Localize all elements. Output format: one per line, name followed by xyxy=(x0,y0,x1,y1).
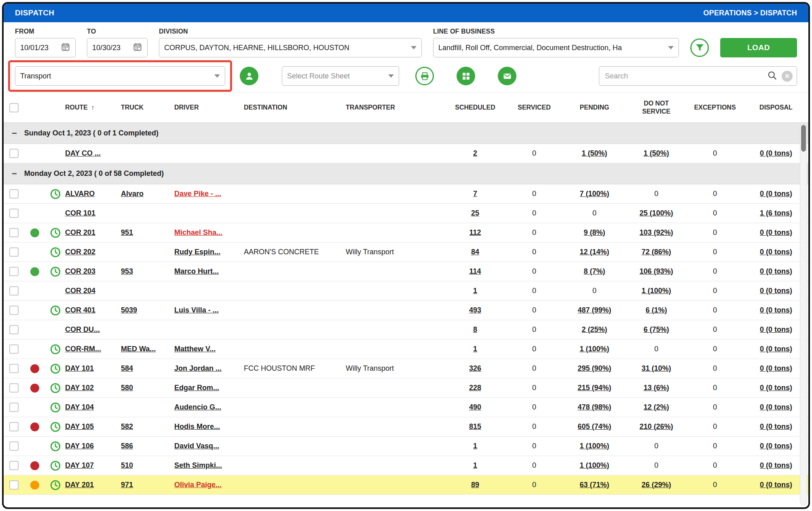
column-header-transporter[interactable]: TRANSPORTER xyxy=(346,103,444,112)
disposal-value[interactable]: 0 (0 tons) xyxy=(760,364,792,373)
pending-value[interactable]: 487 (99%) xyxy=(577,306,611,315)
route-link[interactable]: COR 401 xyxy=(65,306,95,315)
truck-link[interactable]: 584 xyxy=(121,364,133,373)
pending-value[interactable]: 9 (8%) xyxy=(584,228,605,237)
scheduled-value[interactable]: 25 xyxy=(471,209,479,217)
disposal-value[interactable]: 0 (0 tons) xyxy=(760,325,792,334)
table-row[interactable]: DAY 106586David Vasq...101 (100%)000 (0 … xyxy=(4,437,808,456)
row-checkbox[interactable] xyxy=(9,480,19,490)
pending-value[interactable]: 605 (74%) xyxy=(577,422,611,431)
route-link[interactable]: DAY 105 xyxy=(65,422,94,431)
column-header-scheduled[interactable]: SCHEDULED xyxy=(444,103,506,112)
pending-value[interactable]: 12 (14%) xyxy=(579,248,609,256)
disposal-value[interactable]: 1 (6 tons) xyxy=(760,209,792,217)
driver-link[interactable]: Rudy Espin... xyxy=(174,248,220,256)
driver-link[interactable]: Matthew V... xyxy=(174,345,216,353)
scheduled-value[interactable]: 2 xyxy=(473,149,477,158)
print-icon[interactable] xyxy=(415,67,434,85)
driver-link[interactable]: Jon Jordan ... xyxy=(174,364,222,373)
do-not-service-value[interactable]: 210 (26%) xyxy=(639,422,673,431)
scrollbar-thumb[interactable] xyxy=(801,125,806,152)
pending-value[interactable]: 2 (25%) xyxy=(582,325,607,334)
do-not-service-value[interactable]: 31 (10%) xyxy=(641,364,671,373)
row-checkbox[interactable] xyxy=(9,364,19,373)
disposal-value[interactable]: 0 (0 tons) xyxy=(760,306,792,315)
route-type-dropdown[interactable]: Transport xyxy=(15,66,225,86)
disposal-value[interactable]: 0 (0 tons) xyxy=(760,149,792,158)
from-date-input[interactable]: 10/01/23 xyxy=(15,38,76,57)
table-row[interactable]: COR 202Rudy Espin...AARON'S CONCRETEWill… xyxy=(4,243,808,262)
scheduled-value[interactable]: 815 xyxy=(469,422,481,431)
table-row[interactable]: DAY 102580Edgar Rom...2280215 (94%)13 (6… xyxy=(4,378,808,398)
filter-icon[interactable] xyxy=(690,38,709,57)
table-row[interactable]: ALVAROAlvaroDave Pike - ...707 (100%)000… xyxy=(4,184,808,204)
pending-value[interactable]: 63 (71%) xyxy=(579,481,609,489)
do-not-service-value[interactable]: 103 (92%) xyxy=(639,228,673,237)
column-header-destination[interactable]: DESTINATION xyxy=(244,103,346,112)
table-row[interactable]: COR 101250025 (100%)01 (6 tons) xyxy=(4,204,808,223)
scheduled-value[interactable]: 493 xyxy=(469,306,481,315)
do-not-service-value[interactable]: 1 (50%) xyxy=(643,149,669,158)
search-icon[interactable] xyxy=(767,70,778,82)
table-row[interactable]: COR 4015039Luis Villa - ...4930487 (99%)… xyxy=(4,301,808,320)
row-checkbox[interactable] xyxy=(9,422,19,431)
route-sheet-dropdown[interactable]: Select Route Sheet xyxy=(282,66,399,86)
column-header-serviced[interactable]: SERVICED xyxy=(506,103,562,112)
column-header-pending[interactable]: PENDING xyxy=(562,103,626,112)
truck-link[interactable]: 582 xyxy=(121,422,133,431)
date-group-row[interactable]: −Sunday Oct 1, 2023 ( 0 of 1 Completed) xyxy=(4,123,808,144)
division-dropdown[interactable]: CORPUS, DAYTON, HEARNE, HILLSBORO, HOUST… xyxy=(159,38,422,57)
column-header-disposal[interactable]: DISPOSAL xyxy=(744,103,808,112)
driver-link[interactable]: Hodis More... xyxy=(174,422,220,431)
table-row[interactable]: COR 2041001 (100%)00 (0 tons) xyxy=(4,281,808,301)
table-row[interactable]: DAY 105582Hodis More...8150605 (74%)210 … xyxy=(4,417,808,437)
do-not-service-value[interactable]: 6 (1%) xyxy=(645,306,667,315)
grid-view-icon[interactable] xyxy=(457,67,475,85)
disposal-value[interactable]: 0 (0 tons) xyxy=(760,481,792,489)
pending-value[interactable]: 1 (100%) xyxy=(579,461,609,470)
driver-link[interactable]: David Vasq... xyxy=(174,442,219,450)
do-not-service-value[interactable]: 1 (100%) xyxy=(641,287,671,295)
do-not-service-value[interactable]: 6 (75%) xyxy=(643,325,669,334)
route-link[interactable]: DAY 102 xyxy=(65,384,94,392)
pending-value[interactable]: 7 (100%) xyxy=(579,190,609,198)
row-checkbox[interactable] xyxy=(9,441,19,451)
driver-link[interactable]: Marco Hurt... xyxy=(174,267,219,276)
row-checkbox[interactable] xyxy=(9,228,19,237)
truck-link[interactable]: 953 xyxy=(121,267,133,276)
table-row[interactable]: DAY 107510Seth Simpki...101 (100%)000 (0… xyxy=(4,456,808,475)
disposal-value[interactable]: 0 (0 tons) xyxy=(760,461,792,470)
disposal-value[interactable]: 0 (0 tons) xyxy=(760,267,792,276)
column-header-route[interactable]: ROUTE ↑ xyxy=(65,103,121,112)
truck-link[interactable]: 5039 xyxy=(121,306,137,315)
driver-link[interactable]: Seth Simpki... xyxy=(174,461,222,470)
row-checkbox[interactable] xyxy=(9,286,19,296)
disposal-value[interactable]: 0 (0 tons) xyxy=(760,190,792,198)
route-link[interactable]: DAY 101 xyxy=(65,364,94,373)
assign-driver-icon[interactable] xyxy=(240,67,258,85)
email-icon[interactable] xyxy=(498,67,516,85)
disposal-value[interactable]: 0 (0 tons) xyxy=(760,403,792,412)
calendar-icon[interactable] xyxy=(133,42,142,54)
table-row[interactable]: DAY 101584Jon Jordan ...FCC HOUSTON MRFW… xyxy=(4,359,808,378)
scheduled-value[interactable]: 7 xyxy=(473,190,477,198)
select-all-checkbox[interactable] xyxy=(9,103,19,112)
route-link[interactable]: DAY 201 xyxy=(65,481,94,489)
vertical-scrollbar[interactable] xyxy=(800,124,807,505)
disposal-value[interactable]: 0 (0 tons) xyxy=(760,248,792,256)
route-link[interactable]: COR 202 xyxy=(65,248,95,256)
scheduled-value[interactable]: 89 xyxy=(471,481,479,489)
search-input[interactable] xyxy=(605,72,763,80)
to-date-input[interactable]: 10/30/23 xyxy=(87,38,148,57)
scheduled-value[interactable]: 228 xyxy=(469,384,481,392)
table-row[interactable]: DAY 201971Olivia Paige...89063 (71%)26 (… xyxy=(4,475,808,495)
route-link[interactable]: COR 204 xyxy=(65,287,95,295)
do-not-service-value[interactable]: 25 (100%) xyxy=(639,209,673,217)
row-checkbox[interactable] xyxy=(9,403,19,412)
truck-link[interactable]: 510 xyxy=(121,461,133,470)
load-button[interactable]: LOAD xyxy=(720,38,797,57)
pending-value[interactable]: 478 (98%) xyxy=(577,403,611,412)
route-link[interactable]: COR DU... xyxy=(65,325,100,334)
scheduled-value[interactable]: 1 xyxy=(473,287,477,295)
clear-search-icon[interactable]: ✕ xyxy=(782,71,793,82)
